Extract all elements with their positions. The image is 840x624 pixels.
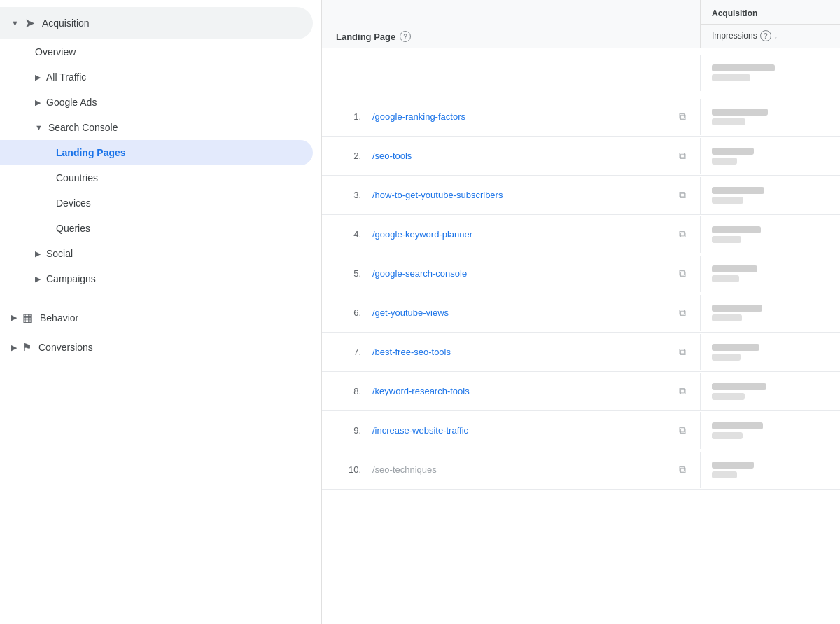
copy-icon[interactable]: ⧉: [679, 307, 686, 319]
sidebar-item-conversions[interactable]: ▶ ⚑ Conversions: [0, 333, 321, 362]
landing-link[interactable]: /best-free-seo-tools: [372, 347, 673, 357]
landing-cell: 9. /increase-website-traffic ⧉: [322, 415, 700, 446]
landing-cell: 1. /google-ranking-factors ⧉: [322, 101, 700, 132]
landing-page-help-icon[interactable]: ?: [400, 31, 411, 42]
row-number: 4.: [336, 229, 361, 240]
copy-icon[interactable]: ⧉: [679, 268, 686, 279]
behavior-icon: ▦: [22, 311, 33, 324]
landing-link[interactable]: /google-keyword-planner: [372, 229, 673, 240]
sidebar-item-google-ads[interactable]: ▶ Google Ads: [0, 90, 321, 115]
acquisition-group-header: Acquisition: [701, 0, 840, 25]
redacted-bar: [712, 471, 737, 478]
landing-link[interactable]: /how-to-get-youtube-subscribers: [372, 190, 673, 200]
value-cell: [700, 256, 840, 292]
sidebar-item-behavior[interactable]: ▶ ▦ Behavior: [0, 303, 321, 333]
copy-icon[interactable]: ⧉: [679, 464, 686, 476]
value-cell: [700, 138, 840, 174]
landing-page-column-label: Landing Page: [336, 32, 396, 42]
sidebar-campaigns-label: Campaigns: [46, 273, 96, 284]
landing-link[interactable]: /increase-website-traffic: [372, 425, 673, 436]
landing-link[interactable]: /seo-tools: [372, 151, 673, 161]
table-row: 2. /seo-tools ⧉: [322, 137, 840, 176]
value-cell: [700, 373, 840, 410]
chevron-right-icon: ▶: [35, 98, 41, 107]
sidebar-behavior-label: Behavior: [40, 312, 78, 324]
redacted-bar: [712, 64, 775, 71]
chevron-right-icon: ▶: [11, 343, 17, 352]
landing-cell: 8. /keyword-research-tools ⧉: [322, 375, 700, 407]
sidebar-item-queries[interactable]: Queries: [0, 216, 321, 241]
copy-icon[interactable]: ⧉: [679, 385, 686, 397]
landing-cell: 7. /best-free-seo-tools ⧉: [322, 336, 700, 368]
copy-icon[interactable]: ⧉: [679, 111, 686, 123]
redacted-value: [712, 187, 829, 204]
redacted-bar: [712, 314, 742, 321]
sidebar-item-devices[interactable]: Devices: [0, 190, 321, 216]
redacted-bar: [712, 74, 750, 81]
value-cell: [700, 99, 840, 135]
redacted-bar: [712, 422, 763, 429]
chevron-right-icon: ▶: [35, 275, 41, 284]
sidebar-item-landing-pages[interactable]: Landing Pages: [0, 140, 313, 165]
table-row: 7. /best-free-seo-tools ⧉: [322, 333, 840, 372]
redacted-value: [712, 462, 829, 478]
landing-link[interactable]: /seo-techniques: [372, 464, 673, 475]
sidebar-social-label: Social: [46, 248, 73, 259]
sort-down-icon[interactable]: ↓: [774, 32, 778, 40]
landing-cell: 4. /google-keyword-planner ⧉: [322, 219, 700, 250]
value-cell: [700, 177, 840, 214]
sidebar-devices-label: Devices: [56, 197, 91, 209]
redacted-bar: [712, 462, 754, 469]
value-cell: [700, 412, 840, 449]
table-row: 1. /google-ranking-factors ⧉: [322, 97, 840, 137]
copy-icon[interactable]: ⧉: [679, 150, 686, 162]
aggregate-value-cell: [700, 55, 840, 91]
copy-icon[interactable]: ⧉: [679, 228, 686, 240]
redacted-bar: [712, 275, 739, 282]
sidebar-item-all-traffic[interactable]: ▶ All Traffic: [0, 64, 321, 90]
sidebar-item-search-console[interactable]: ▼ Search Console: [0, 115, 321, 140]
sidebar-item-campaigns[interactable]: ▶ Campaigns: [0, 266, 321, 291]
redacted-bar: [712, 344, 760, 351]
sidebar-item-countries[interactable]: Countries: [0, 165, 321, 190]
redacted-value: [712, 383, 829, 400]
row-number: 9.: [336, 425, 361, 436]
sidebar-item-label: Acquisition: [42, 18, 90, 29]
copy-icon[interactable]: ⧉: [679, 424, 686, 436]
redacted-value: [712, 422, 829, 439]
chevron-down-icon: ▼: [35, 123, 43, 132]
redacted-bar: [712, 148, 754, 155]
landing-cell: 5. /google-search-console ⧉: [322, 258, 700, 289]
redacted-bar: [712, 432, 743, 439]
redacted-value: [712, 265, 829, 282]
redacted-bar: [712, 118, 746, 125]
row-number: 2.: [336, 151, 361, 161]
landing-link[interactable]: /get-youtube-views: [372, 307, 673, 318]
landing-link[interactable]: /keyword-research-tools: [372, 386, 673, 396]
chevron-right-icon: ▶: [35, 249, 41, 258]
value-cell: [700, 452, 840, 488]
copy-icon[interactable]: ⧉: [679, 189, 686, 201]
aggregate-row: [322, 48, 840, 97]
acquisition-icon: ➤: [24, 15, 35, 31]
redacted-bar: [712, 354, 741, 361]
sidebar-countries-label: Countries: [56, 172, 98, 183]
value-cell: [700, 334, 840, 370]
sidebar-googleads-label: Google Ads: [46, 97, 97, 108]
impressions-subheader[interactable]: Impressions ? ↓: [701, 25, 840, 47]
sidebar-overview-label: Overview: [35, 46, 76, 57]
column-acquisition: Acquisition Impressions ? ↓: [700, 0, 840, 48]
sidebar-item-acquisition[interactable]: ▼ ➤ Acquisition: [0, 7, 313, 39]
landing-cell: 3. /how-to-get-youtube-subscribers ⧉: [322, 179, 700, 211]
redacted-value: [712, 148, 829, 165]
landing-link[interactable]: /google-ranking-factors: [372, 111, 673, 122]
copy-icon[interactable]: ⧉: [679, 346, 686, 358]
landing-link[interactable]: /google-search-console: [372, 268, 673, 279]
table-row: 5. /google-search-console ⧉: [322, 254, 840, 293]
sidebar-landingpages-label: Landing Pages: [56, 147, 126, 158]
chevron-right-icon: ▶: [11, 313, 17, 322]
sidebar-item-social[interactable]: ▶ Social: [0, 241, 321, 266]
impressions-help-icon[interactable]: ?: [760, 30, 771, 41]
redacted-bar: [712, 305, 762, 312]
sidebar-item-overview[interactable]: Overview: [0, 39, 321, 64]
